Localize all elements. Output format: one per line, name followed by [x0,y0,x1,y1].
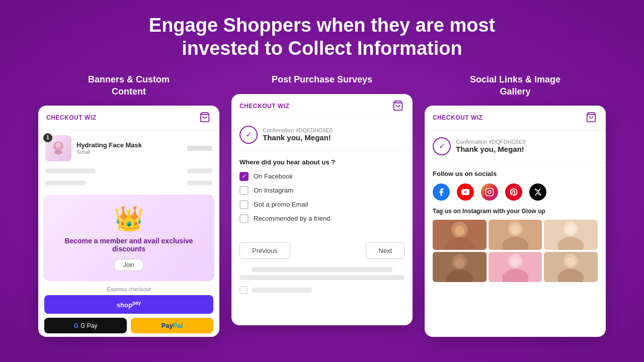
main-container: Engage Shoppers when they are most inves… [0,0,644,347]
svg-point-20 [567,225,576,234]
google-pay-button[interactable]: G G Pay [44,318,127,333]
gallery-image-1 [433,220,487,250]
checkbox-row-3: Recommended by a friend [239,214,405,223]
product-variant: Small [76,149,182,155]
skeleton-row-2 [38,178,219,191]
feature-columns: Banners & CustomContent CHECKOUT WIZ [20,74,624,337]
confirm-number-3: Confirmation #DQFDHG5E0 [456,139,526,145]
social-icons-row [433,184,598,201]
check-circle-3: ✓ [433,137,451,155]
checkbox-2[interactable] [239,200,249,209]
product-image-wrapper: 1 [45,135,71,161]
socials-section: Follow us on socials [425,163,606,289]
product-row: 1 Hydrating Face Mask Small [38,130,219,166]
shop-pay-button[interactable]: shoppay [44,295,213,314]
skeleton-checkbox-row [231,283,413,297]
svg-point-12 [454,226,464,236]
banner-text: Become a member and avail exclusive disc… [51,237,206,253]
gallery-image-2 [489,220,542,250]
thank-you-3: Thank you, Megan! [456,145,526,153]
instagram-icon[interactable] [481,184,498,201]
twitter-x-icon[interactable] [529,184,546,201]
confirmation-row-2: ✓ Confirmation #DQFDHG5E0 Thank you, Meg… [231,119,413,151]
brand-label-3: CHECKOUT WIZ [433,114,482,121]
next-button[interactable]: Next [366,242,405,259]
checkbox-row-1: On Instagram [239,186,405,195]
tag-title: Tag us on Instagram with your Glow up [433,208,598,215]
card-banners: CHECKOUT WIZ [38,106,219,337]
column-banners-title: Banners & CustomContent [88,74,170,98]
banner-section: 👑 Become a member and avail exclusive di… [43,195,214,281]
skeleton-bar-1 [252,267,392,272]
youtube-icon[interactable] [457,184,474,201]
column-social: Social Links & ImageGallery CHECKOUT WIZ… [425,74,606,337]
checkbox-label-0: On Facebook [254,172,293,180]
payment-row: G G Pay PayPal [44,318,213,333]
skeleton-row-1 [38,166,219,178]
checkbox-3[interactable] [239,214,249,223]
svg-point-16 [511,225,520,234]
gallery-image-6 [544,252,598,282]
checkbox-0[interactable]: ✓ [239,172,249,181]
column-social-title: Social Links & ImageGallery [470,74,560,98]
skeleton-bar-2 [239,275,405,280]
column-surveys: Post Purchase Surveys CHECKOUT WIZ ✓ [231,74,413,337]
confirmation-info-3: Confirmation #DQFDHG5E0 Thank you, Megan… [456,139,526,153]
survey-section: Where did you hear about us ? ✓ On Faceb… [231,151,413,235]
card-surveys-header: CHECKOUT WIZ [231,94,413,119]
card-social: CHECKOUT WIZ ✓ Confirmation #DQFDHG5E0 T… [425,106,606,337]
thank-you-2: Thank you, Megan! [263,133,333,142]
svg-point-2 [54,150,62,154]
main-headline: Engage Shoppers when they are most inves… [149,14,495,60]
gallery-image-4 [433,252,487,282]
cart-icon-2 [392,100,405,112]
join-button[interactable]: Join [114,259,144,271]
svg-point-28 [511,257,520,266]
express-checkout-label: Express checkout [38,286,219,292]
checkbox-label-3: Recommended by a friend [254,215,330,222]
checkbox-1[interactable] [239,186,249,195]
price-placeholder [187,146,212,151]
confirmation-row-3: ✓ Confirmation #DQFDHG5E0 Thank you, Meg… [425,130,606,163]
cart-icon-1 [199,112,211,124]
product-quantity-badge: 1 [43,133,52,142]
paypal-logo: PayPal [162,322,183,329]
card-surveys: CHECKOUT WIZ ✓ Confirmation #DQFDHG5E0 T… [231,94,413,325]
pinterest-icon[interactable] [505,184,522,201]
survey-question: Where did you hear about us ? [239,158,405,166]
skeleton-label [252,288,312,293]
gallery-image-5 [489,252,542,282]
skeleton-line [45,168,96,173]
product-name: Hydrating Face Mask [76,141,182,149]
checkbox-label-1: On Instagram [254,187,293,194]
column-surveys-title: Post Purchase Surveys [272,74,372,85]
brand-label-2: CHECKOUT WIZ [239,103,289,110]
card-banners-header: CHECKOUT WIZ [38,106,219,130]
skeleton-line [45,180,86,186]
gallery-image-3 [544,220,598,250]
skeleton-line [187,168,212,173]
skeleton-line [187,180,212,186]
image-gallery [433,220,598,282]
product-info: Hydrating Face Mask Small [76,141,182,155]
follow-title: Follow us on socials [433,170,598,177]
checkbox-row-0: ✓ On Facebook [239,172,405,181]
crown-icon: 👑 [51,205,206,233]
g-letter: G [74,322,78,329]
svg-point-24 [454,258,464,268]
paypal-button[interactable]: PayPal [131,318,213,333]
facebook-icon[interactable] [433,184,450,201]
column-banners: Banners & CustomContent CHECKOUT WIZ [38,74,219,337]
card-social-header: CHECKOUT WIZ [425,106,606,130]
checkbox-row-2: Got a promo Email [239,200,405,209]
brand-label-1: CHECKOUT WIZ [46,114,96,121]
svg-rect-7 [486,188,494,196]
confirmation-info-2: Confirmation #DQFDHG5E0 Thank you, Megan… [263,127,333,142]
nav-buttons: Previous Next [231,237,413,264]
skeleton-checkbox [239,286,248,294]
gpay-label: G Pay [80,322,97,329]
shop-pay-logo: shoppay [117,301,141,309]
previous-button[interactable]: Previous [239,242,290,259]
confirm-number-2: Confirmation #DQFDHG5E0 [263,127,333,133]
check-circle-2: ✓ [239,126,258,144]
